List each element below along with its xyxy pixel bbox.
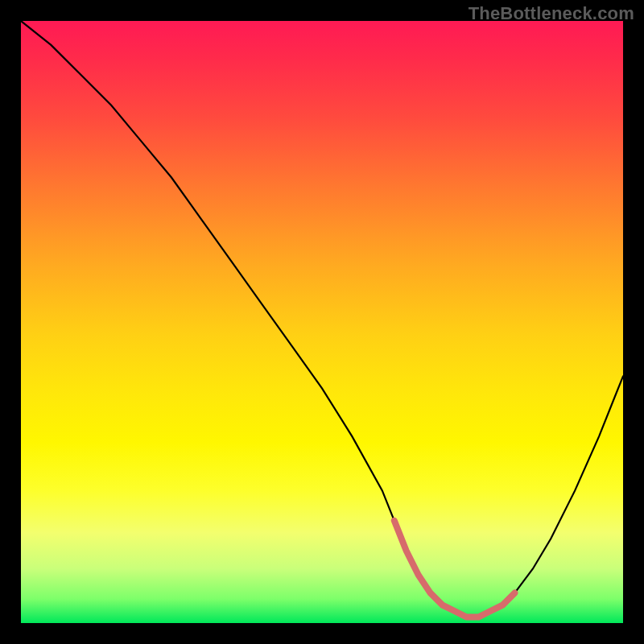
- watermark-text: TheBottleneck.com: [469, 3, 634, 24]
- bottleneck-curve: [21, 21, 623, 617]
- chart-stage: TheBottleneck.com: [0, 0, 644, 644]
- curve-layer: [21, 21, 623, 623]
- plot-area: [21, 21, 623, 623]
- valley-highlight: [394, 521, 515, 617]
